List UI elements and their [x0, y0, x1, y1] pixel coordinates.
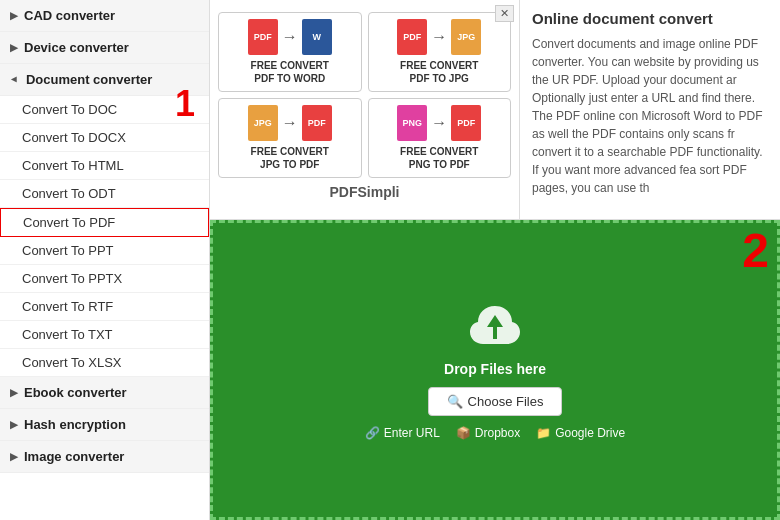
sidebar-category-hash-label: Hash encryption	[24, 417, 126, 432]
arrow-convert-icon-2: →	[431, 28, 447, 46]
pdf-icon-2: PDF	[397, 19, 427, 55]
image-arrow-icon: ▶	[10, 451, 18, 462]
ad-card-pdf-to-word[interactable]: PDF → W FREE CONVERTPDF TO WORD	[218, 12, 362, 92]
upload-option-google-drive[interactable]: 📁 Google Drive	[536, 426, 625, 440]
sidebar-category-image[interactable]: ▶ Image converter	[0, 441, 209, 473]
sidebar-category-ebook-label: Ebook converter	[24, 385, 127, 400]
ad-card-pdf-to-jpg[interactable]: PDF → JPG FREE CONVERTPDF TO JPG	[368, 12, 512, 92]
ad-brand: PDFSimpli	[218, 184, 511, 200]
sidebar-category-cad[interactable]: ▶ CAD converter	[0, 0, 209, 32]
hash-arrow-icon: ▶	[10, 419, 18, 430]
device-arrow-icon: ▶	[10, 42, 18, 53]
choose-files-label: Choose Files	[468, 394, 544, 409]
to-pptx-label: Convert To PPTX	[22, 271, 122, 286]
ad-label-pdf-to-word: FREE CONVERTPDF TO WORD	[251, 59, 329, 85]
ad-icons-png-to-pdf: PNG → PDF	[397, 105, 481, 141]
sidebar-category-device[interactable]: ▶ Device converter	[0, 32, 209, 64]
pdf-icon-3: PDF	[302, 105, 332, 141]
upload-section[interactable]: 2 Drop Files here 🔍 Choose Files 🔗 Enter…	[210, 220, 780, 520]
sidebar-item-to-xlsx[interactable]: Convert To XLSX	[0, 349, 209, 377]
url-label: Enter URL	[384, 426, 440, 440]
description-title: Online document convert	[532, 10, 768, 27]
upload-cloud-icon	[470, 301, 520, 355]
sidebar-item-to-rtf[interactable]: Convert To RTF	[0, 293, 209, 321]
jpg-icon-2: JPG	[248, 105, 278, 141]
sidebar-item-to-pptx[interactable]: Convert To PPTX	[0, 265, 209, 293]
ad-block: ✕ PDF → W FREE CONVERTPDF TO WORD PDF →	[210, 0, 520, 219]
sidebar-category-cad-label: CAD converter	[24, 8, 115, 23]
jpg-icon: JPG	[451, 19, 481, 55]
sidebar-category-hash[interactable]: ▶ Hash encryption	[0, 409, 209, 441]
to-xlsx-label: Convert To XLSX	[22, 355, 121, 370]
description-block: Online document convert Convert document…	[520, 0, 780, 219]
google-drive-icon: 📁	[536, 426, 551, 440]
ad-icons-jpg-to-pdf: JPG → PDF	[248, 105, 332, 141]
sidebar-item-to-txt[interactable]: Convert To TXT	[0, 321, 209, 349]
sidebar-item-to-docx[interactable]: Convert To DOCX	[0, 124, 209, 152]
ad-icons-pdf-to-word: PDF → W	[248, 19, 332, 55]
ad-label-png-to-pdf: FREE CONVERTPNG TO PDF	[400, 145, 478, 171]
ad-label-pdf-to-jpg: FREE CONVERTPDF TO JPG	[400, 59, 478, 85]
sidebar-item-to-odt[interactable]: Convert To ODT	[0, 180, 209, 208]
upload-options: 🔗 Enter URL 📦 Dropbox 📁 Google Drive	[365, 426, 625, 440]
ad-label-jpg-to-pdf: FREE CONVERTJPG TO PDF	[251, 145, 329, 171]
to-txt-label: Convert To TXT	[22, 327, 113, 342]
ad-icons-pdf-to-jpg: PDF → JPG	[397, 19, 481, 55]
url-icon: 🔗	[365, 426, 380, 440]
to-doc-label: Convert To DOC	[22, 102, 117, 117]
sidebar-category-image-label: Image converter	[24, 449, 124, 464]
step2-badge: 2	[742, 227, 769, 275]
document-arrow-icon: ▼	[9, 75, 20, 85]
step1-badge: 1	[175, 86, 195, 122]
to-rtf-label: Convert To RTF	[22, 299, 113, 314]
ad-close-button[interactable]: ✕	[495, 5, 514, 22]
sidebar-item-to-ppt[interactable]: Convert To PPT	[0, 237, 209, 265]
ad-card-jpg-to-pdf[interactable]: JPG → PDF FREE CONVERTJPG TO PDF	[218, 98, 362, 178]
drop-text: Drop Files here	[444, 361, 546, 377]
arrow-convert-icon-4: →	[431, 114, 447, 132]
pdf-icon-4: PDF	[451, 105, 481, 141]
sidebar-category-document-label: Document converter	[26, 72, 152, 87]
to-pdf-label: Convert To PDF	[23, 215, 115, 230]
ebook-arrow-icon: ▶	[10, 387, 18, 398]
sidebar-item-to-pdf[interactable]: Convert To PDF	[0, 208, 209, 237]
dropbox-icon: 📦	[456, 426, 471, 440]
dropbox-label: Dropbox	[475, 426, 520, 440]
choose-files-button[interactable]: 🔍 Choose Files	[428, 387, 563, 416]
pdf-icon: PDF	[248, 19, 278, 55]
sidebar-category-ebook[interactable]: ▶ Ebook converter	[0, 377, 209, 409]
sidebar-item-to-html[interactable]: Convert To HTML	[0, 152, 209, 180]
sidebar: ▶ CAD converter ▶ Device converter ▼ Doc…	[0, 0, 210, 520]
to-html-label: Convert To HTML	[22, 158, 124, 173]
sidebar-category-device-label: Device converter	[24, 40, 129, 55]
description-text: Convert documents and image online PDF c…	[532, 35, 768, 197]
ad-grid: PDF → W FREE CONVERTPDF TO WORD PDF → JP…	[218, 12, 511, 178]
main-content: ✕ PDF → W FREE CONVERTPDF TO WORD PDF →	[210, 0, 780, 520]
to-ppt-label: Convert To PPT	[22, 243, 114, 258]
word-icon: W	[302, 19, 332, 55]
top-section: ✕ PDF → W FREE CONVERTPDF TO WORD PDF →	[210, 0, 780, 220]
cad-arrow-icon: ▶	[10, 10, 18, 21]
arrow-convert-icon-3: →	[282, 114, 298, 132]
search-icon: 🔍	[447, 394, 463, 409]
to-odt-label: Convert To ODT	[22, 186, 116, 201]
upload-option-url[interactable]: 🔗 Enter URL	[365, 426, 440, 440]
ad-card-png-to-pdf[interactable]: PNG → PDF FREE CONVERTPNG TO PDF	[368, 98, 512, 178]
png-icon: PNG	[397, 105, 427, 141]
google-drive-label: Google Drive	[555, 426, 625, 440]
arrow-convert-icon: →	[282, 28, 298, 46]
to-docx-label: Convert To DOCX	[22, 130, 126, 145]
upload-option-dropbox[interactable]: 📦 Dropbox	[456, 426, 520, 440]
